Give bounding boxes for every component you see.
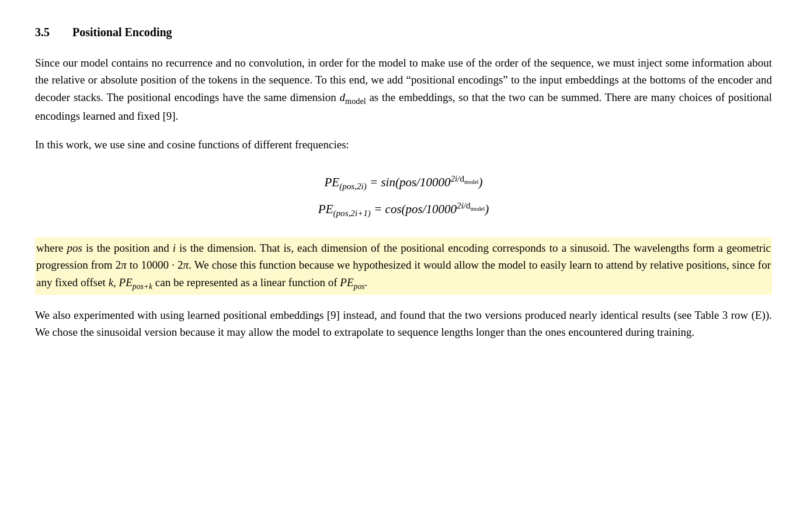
- formula1-exponent: 2i/dmodel: [450, 174, 478, 183]
- formula2-equals: =: [374, 202, 385, 216]
- formula2-rhs: cos(pos/100002i/dmodel): [385, 202, 489, 216]
- formula2-exponent: 2i/dmodel: [457, 201, 485, 210]
- pe-pos: PE: [340, 276, 353, 288]
- sine-intro-paragraph: In this work, we use sine and cosine fun…: [35, 136, 772, 153]
- section-header: 3.5 Positional Encoding: [35, 23, 772, 41]
- highlighted-paragraph: where pos is the position and i is the d…: [35, 237, 772, 295]
- formula-1: PE(pos,2i) = sin(pos/100002i/dmodel): [324, 172, 482, 194]
- i-italic: i: [173, 242, 176, 254]
- pos-k-sub: pos+k: [133, 282, 152, 291]
- formula1-sub: (pos,2i): [339, 182, 367, 191]
- formula1-rhs: sin(pos/100002i/dmodel): [381, 175, 482, 189]
- formula1-equals: =: [370, 175, 381, 189]
- pe-pos-k: PE: [119, 276, 133, 288]
- math-block: PE(pos,2i) = sin(pos/100002i/dmodel) PE(…: [35, 172, 772, 221]
- conclusion-paragraph: We also experimented with using learned …: [35, 307, 772, 341]
- model-subscript: model: [345, 96, 366, 106]
- section-title: Positional Encoding: [72, 23, 172, 41]
- formula-2: PE(pos,2i+1) = cos(pos/100002i/dmodel): [318, 199, 489, 221]
- k-italic: k: [109, 276, 113, 288]
- d-model-text: d: [340, 91, 346, 103]
- section-number: 3.5: [35, 23, 58, 41]
- pos-italic: pos: [67, 242, 82, 254]
- intro-paragraph: Since our model contains no recurrence a…: [35, 54, 772, 124]
- formula1-lhs: PE(pos,2i): [324, 175, 366, 189]
- pos-sub: pos: [354, 282, 365, 291]
- formula2-lhs: PE(pos,2i+1): [318, 202, 371, 216]
- formula2-sub: (pos,2i+1): [333, 208, 371, 218]
